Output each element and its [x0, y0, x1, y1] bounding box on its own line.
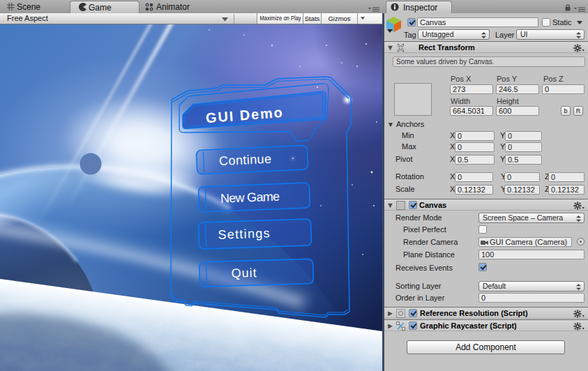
svg-text:Continue: Continue [219, 152, 273, 168]
svg-text:New Game: New Game [220, 190, 281, 206]
svg-text:Settings: Settings [218, 226, 271, 241]
svg-text:Quit: Quit [231, 266, 257, 280]
